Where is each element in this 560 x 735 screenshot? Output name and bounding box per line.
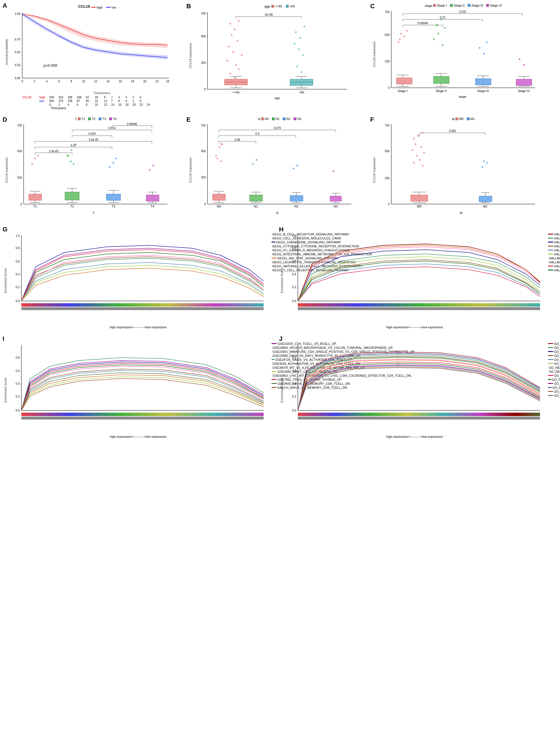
svg-point-292 — [483, 160, 485, 162]
svg-text:16: 16 — [119, 80, 122, 83]
panel-A: A CCL19 high low Survival probability — [1, 1, 184, 112]
svg-text:0.4: 0.4 — [16, 382, 20, 385]
svg-text:T1: T1 — [33, 205, 37, 208]
svg-text:0.2: 0.2 — [292, 286, 296, 289]
svg-text:500: 500 — [385, 33, 390, 36]
svg-rect-233 — [213, 194, 225, 200]
svg-rect-284 — [411, 195, 428, 201]
svg-point-232 — [220, 160, 222, 162]
svg-rect-203 — [146, 195, 159, 201]
svg-point-275 — [422, 132, 423, 134]
svg-text:0.081: 0.081 — [449, 129, 456, 133]
panel-F-yaxis: CCL19 expression — [372, 157, 376, 183]
svg-text:250: 250 — [17, 176, 22, 179]
svg-point-239 — [252, 163, 254, 165]
svg-point-228 — [215, 155, 217, 156]
svg-text:10: 10 — [82, 80, 85, 83]
svg-text:1.00: 1.00 — [15, 12, 21, 15]
svg-text:0.00: 0.00 — [15, 77, 21, 80]
legend-T2: T2 — [88, 117, 95, 121]
legend-H: HALLMARK_ALLOGRAFT_REJECTION. HALLMARK_A… — [548, 233, 560, 272]
svg-point-134 — [523, 64, 525, 66]
panel-F-label: F — [370, 116, 374, 123]
panel-B-chart: 0 250 500 750 2e-08 — [193, 9, 353, 101]
svg-text:M0: M0 — [417, 205, 421, 208]
svg-text:500: 500 — [385, 150, 390, 153]
svg-text:0.029: 0.029 — [88, 132, 95, 135]
svg-text:0: 0 — [388, 203, 390, 206]
svg-point-283 — [422, 165, 423, 166]
svg-text:0.2: 0.2 — [16, 286, 20, 289]
svg-text:500: 500 — [201, 150, 206, 153]
svg-text:0.2: 0.2 — [292, 395, 296, 398]
svg-point-114 — [444, 27, 446, 29]
panel-C: C stage Stage I Stage II Stage III Stage… — [369, 1, 551, 112]
svg-text:0.4: 0.4 — [16, 273, 20, 276]
legend-stageIII: Stage III — [468, 4, 483, 7]
svg-point-247 — [293, 168, 294, 169]
svg-point-276 — [415, 143, 416, 145]
svg-point-255 — [333, 170, 334, 172]
svg-point-50 — [227, 60, 228, 62]
svg-point-65 — [304, 26, 305, 27]
svg-text:0.8: 0.8 — [292, 356, 296, 359]
svg-text:750: 750 — [201, 12, 206, 15]
svg-text:0.0: 0.0 — [292, 409, 296, 412]
panel-G-yaxis: Enrichment Score — [4, 268, 7, 293]
svg-point-274 — [417, 135, 420, 137]
svg-point-202 — [152, 165, 154, 166]
svg-point-64 — [299, 37, 301, 39]
legend-J: GO_ADAPTIVE_IMMUNE_RESPONSE. GO_CYTOKINE… — [548, 342, 560, 397]
legend-N1: N1 — [272, 117, 280, 121]
svg-text:M: M — [460, 211, 462, 215]
svg-text:20: 20 — [143, 80, 146, 83]
svg-text:500: 500 — [201, 35, 206, 38]
svg-point-182 — [71, 149, 72, 151]
svg-text:750: 750 — [201, 124, 206, 127]
panel-I-xaxis: high expression<---------->low expressio… — [7, 435, 269, 438]
legend-M0: M0 — [455, 117, 463, 121]
svg-point-49 — [241, 54, 243, 56]
svg-text:Stage I: Stage I — [398, 89, 408, 93]
svg-rect-331 — [298, 307, 540, 310]
svg-text:0.0: 0.0 — [16, 300, 20, 303]
panel-J-yaxis: Enrichment Score — [280, 378, 284, 402]
svg-rect-314 — [21, 303, 264, 307]
panel-F: F M M0 M1 CCL19 expression 0 250 500 750 — [369, 115, 551, 222]
svg-text:2e-08: 2e-08 — [265, 13, 273, 16]
svg-text:0: 0 — [388, 86, 390, 89]
svg-text:18: 18 — [131, 80, 134, 83]
svg-text:0.00048: 0.00048 — [418, 22, 428, 25]
svg-text:Stage II: Stage II — [436, 89, 447, 93]
svg-point-290 — [482, 166, 483, 168]
svg-point-183 — [74, 143, 76, 145]
panel-A-title: CCL19 — [78, 4, 90, 9]
svg-rect-358 — [298, 413, 540, 416]
svg-point-67 — [298, 48, 300, 50]
svg-point-104 — [406, 30, 408, 32]
svg-rect-330 — [298, 303, 540, 307]
panel-H-yaxis: Enrichment Score — [280, 268, 284, 293]
svg-point-53 — [229, 73, 231, 74]
panel-H: H Enrichment Score 0.0 0.2 0.4 0.6 0.8 1… — [278, 225, 553, 331]
svg-text:0.8: 0.8 — [16, 247, 20, 250]
svg-text:T2: T2 — [70, 205, 74, 208]
svg-text:0.4: 0.4 — [292, 382, 296, 385]
svg-point-101 — [398, 41, 399, 43]
svg-point-105 — [399, 38, 401, 40]
svg-point-116 — [433, 38, 435, 40]
svg-point-279 — [423, 152, 425, 154]
svg-rect-293 — [479, 196, 492, 202]
panel-B-yaxis: CCL19 expression — [189, 43, 192, 69]
legend-T3: T3 — [99, 117, 106, 121]
svg-rect-241 — [250, 195, 262, 201]
legend-high: high — [91, 6, 103, 9]
svg-text:0.6: 0.6 — [16, 369, 20, 372]
svg-point-44 — [238, 20, 240, 22]
svg-point-201 — [149, 169, 150, 171]
svg-point-291 — [486, 162, 488, 164]
svg-rect-315 — [21, 307, 264, 310]
panel-I-chart: 0.0 0.2 0.4 0.6 0.8 — [7, 342, 269, 433]
svg-text:250: 250 — [201, 176, 206, 179]
svg-point-47 — [228, 46, 230, 47]
